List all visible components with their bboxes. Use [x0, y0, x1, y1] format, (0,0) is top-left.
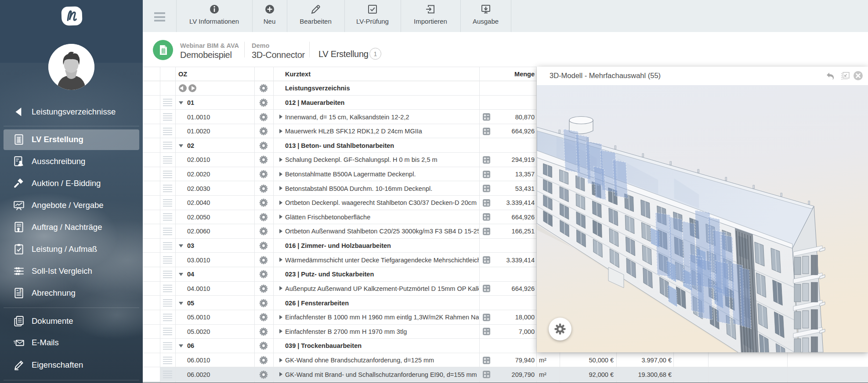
svg-text:$: $ [19, 288, 22, 293]
